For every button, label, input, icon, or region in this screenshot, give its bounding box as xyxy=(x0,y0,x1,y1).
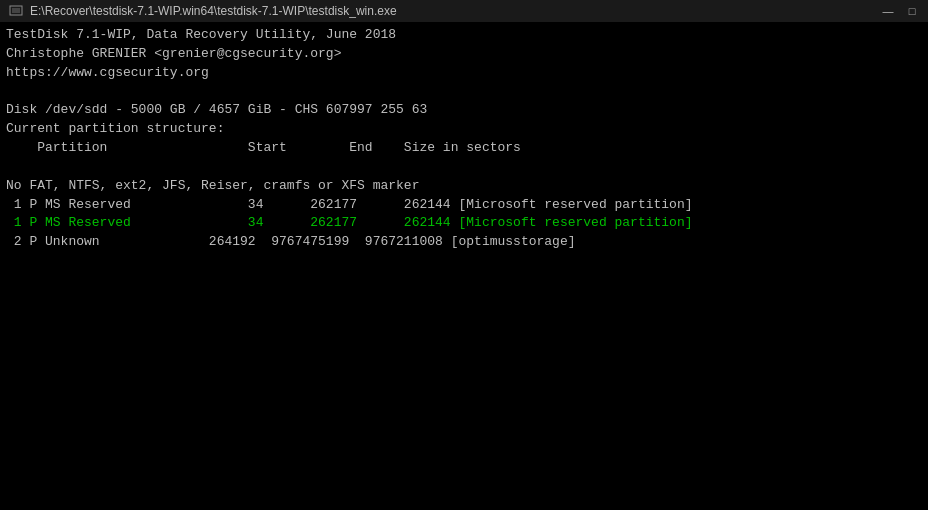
spacer-15 xyxy=(6,478,922,497)
minimize-button[interactable]: — xyxy=(880,4,896,18)
spacer-7 xyxy=(6,328,922,347)
title-bar-text: E:\Recover\testdisk-7.1-WIP.win64\testdi… xyxy=(30,4,880,18)
partition-row-1: 1 P MS Reserved 34 262177 262144 [Micros… xyxy=(6,196,922,215)
spacer-10 xyxy=(6,384,922,403)
svg-rect-1 xyxy=(12,8,20,13)
spacer-12 xyxy=(6,422,922,441)
table-header: Partition Start End Size in sectors xyxy=(6,139,922,158)
spacer-11 xyxy=(6,403,922,422)
title-bar: E:\Recover\testdisk-7.1-WIP.win64\testdi… xyxy=(0,0,928,22)
partition-row-3: 2 P Unknown 264192 9767475199 9767211008… xyxy=(6,233,922,252)
spacer-2 xyxy=(6,158,922,177)
spacer-8 xyxy=(6,346,922,365)
spacer-1 xyxy=(6,83,922,102)
disk-info: Disk /dev/sdd - 5000 GB / 4657 GiB - CHS… xyxy=(6,101,922,120)
header-line-3: https://www.cgsecurity.org xyxy=(6,64,922,83)
header-line-2: Christophe GRENIER <grenier@cgsecurity.o… xyxy=(6,45,922,64)
header-line-1: TestDisk 7.1-WIP, Data Recovery Utility,… xyxy=(6,26,922,45)
title-bar-controls: — □ xyxy=(880,4,920,18)
spacer-14 xyxy=(6,459,922,478)
spacer-9 xyxy=(6,365,922,384)
console-window: TestDisk 7.1-WIP, Data Recovery Utility,… xyxy=(0,22,928,510)
spacer-5 xyxy=(6,290,922,309)
spacer-16 xyxy=(6,497,922,510)
structure-label: Current partition structure: xyxy=(6,120,922,139)
spacer-4 xyxy=(6,271,922,290)
partition-row-2: 1 P MS Reserved 34 262177 262144 [Micros… xyxy=(6,214,922,233)
app-icon xyxy=(8,3,24,19)
spacer-3 xyxy=(6,252,922,271)
spacer-13 xyxy=(6,441,922,460)
maximize-button[interactable]: □ xyxy=(904,4,920,18)
spacer-6 xyxy=(6,309,922,328)
no-marker: No FAT, NTFS, ext2, JFS, Reiser, cramfs … xyxy=(6,177,922,196)
